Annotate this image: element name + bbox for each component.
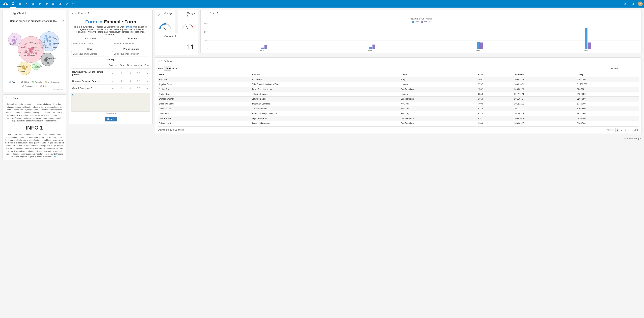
bar[interactable] — [588, 43, 591, 49]
legend-item[interactable]: North America — [45, 81, 59, 83]
table-row[interactable]: Brielle WilliamsonIntegration Specialist… — [158, 101, 639, 106]
first-name-input[interactable] — [71, 41, 109, 46]
page-number[interactable]: 4 — [628, 128, 632, 132]
nav-deck-icon[interactable] — [50, 0, 57, 8]
svg-rect-11 — [60, 3, 60, 5]
page-number[interactable]: 3 — [624, 128, 628, 132]
legend-item[interactable]: Africa — [21, 81, 29, 83]
formio-link[interactable]: Form.io — [85, 19, 102, 24]
nav-analytics-icon[interactable] — [57, 0, 64, 8]
refresh-icon[interactable]: ↻ — [72, 94, 74, 96]
table-row[interactable]: Caesar VancePre-Sales SupportNew York833… — [158, 106, 639, 111]
survey-radio[interactable] — [129, 72, 131, 74]
first-name-label: First Name — [71, 37, 109, 40]
legend-item[interactable]: Africa — [412, 21, 419, 23]
table-row[interactable]: Cedric KellySenior Javascript DeveloperE… — [158, 111, 639, 116]
survey-radio[interactable] — [129, 87, 131, 89]
survey-radio[interactable] — [112, 80, 114, 82]
nav-files-icon[interactable] — [16, 0, 23, 8]
legend-item[interactable]: Europe — [422, 21, 430, 23]
chart2-title: Population growth (millions) — [202, 18, 640, 20]
svg-point-66 — [26, 43, 27, 44]
survey-radio[interactable] — [146, 72, 148, 74]
add-widget-button[interactable]: Add new widget — [155, 136, 642, 141]
table-row[interactable]: Ashton CoxJunior Technical AuthorSan Fra… — [158, 87, 639, 92]
user-avatar[interactable]: A — [638, 2, 643, 6]
table-footer-info: Showing 1 to 10 of 36 entries — [158, 129, 184, 131]
page-prev[interactable]: Previous — [604, 128, 615, 132]
survey-radio[interactable] — [121, 80, 124, 82]
bar[interactable] — [480, 43, 483, 49]
column-header[interactable]: Name — [158, 72, 251, 77]
column-header[interactable]: Position — [251, 72, 400, 77]
submit-button[interactable]: Submit — [105, 117, 117, 121]
bar[interactable] — [477, 42, 480, 49]
column-header[interactable]: Office — [400, 72, 477, 77]
nav-dashboard-icon[interactable] — [10, 0, 16, 8]
formio-link[interactable]: Form.io — [124, 26, 132, 28]
survey-radio[interactable] — [137, 87, 140, 89]
svg-point-102 — [26, 67, 28, 68]
legend-item[interactable]: Europe — [10, 81, 18, 83]
email-input[interactable] — [71, 51, 109, 56]
survey-radio[interactable] — [146, 80, 148, 82]
nav-tasks-icon[interactable] — [64, 0, 70, 8]
survey-radio[interactable] — [137, 80, 140, 82]
svg-point-22 — [14, 39, 16, 41]
svg-rect-12 — [60, 3, 61, 5]
widget-header: ⟋⟍Chart 1 — [200, 10, 641, 17]
survey-label: Survey — [71, 58, 150, 61]
contacts-menu-icon[interactable] — [630, 0, 636, 8]
y-tick: 3000 — [202, 23, 208, 25]
bar[interactable] — [369, 47, 372, 49]
survey-radio[interactable] — [121, 72, 124, 74]
nav-gallery-icon[interactable] — [30, 0, 36, 8]
phone-input[interactable] — [112, 51, 150, 56]
column-header[interactable]: Start date — [513, 72, 576, 77]
table-row[interactable]: Bradley GreerSoftware EngineerLondon2558… — [158, 92, 639, 96]
widget-title: Form.io 1 — [78, 12, 90, 15]
svg-point-109 — [165, 29, 166, 30]
grid-controls: Show 10 entries Search: — [158, 66, 639, 72]
column-header[interactable]: Salary — [576, 72, 639, 77]
table-row[interactable]: Colleen HurstJavascript DeveloperSan Fra… — [158, 121, 639, 126]
app-logo[interactable] — [1, 2, 10, 6]
legend-item[interactable]: South America — [22, 85, 37, 87]
search-input[interactable] — [619, 67, 639, 70]
bar[interactable] — [261, 48, 264, 49]
bar[interactable] — [372, 45, 375, 49]
entries-select[interactable]: 10 — [164, 67, 172, 71]
widget-info: ⟋⟍ Info 1 Lorem ipsum dolor sit amet, co… — [2, 94, 66, 160]
page-number[interactable]: 2 — [620, 128, 624, 132]
survey-radio[interactable] — [137, 72, 140, 74]
svg-point-20 — [16, 39, 17, 40]
legend-item[interactable]: Asia — [40, 85, 46, 87]
legend-item[interactable]: Oceania — [32, 81, 42, 83]
survey-radio[interactable] — [146, 87, 148, 89]
survey-radio[interactable] — [129, 80, 131, 82]
signature-area[interactable]: ↻ — [71, 93, 150, 111]
svg-point-2 — [7, 3, 8, 4]
survey-radio[interactable] — [121, 87, 124, 89]
info-link[interactable]: Link1 — [53, 156, 58, 158]
bar[interactable] — [264, 45, 267, 49]
table-row[interactable]: Airi SatouAccountantTokyo54072008/11/28$… — [158, 77, 639, 82]
notifications-icon[interactable] — [622, 0, 628, 8]
page-next[interactable]: Next — [632, 128, 639, 132]
bubble-chart[interactable]: BrazilTurkeyItalyGermanyUnited KingdomPo… — [5, 23, 64, 80]
chart-menu-icon[interactable]: ≡ — [62, 20, 64, 22]
last-name-input[interactable] — [112, 41, 150, 46]
nav-favorites-icon[interactable] — [43, 0, 50, 8]
page-number[interactable]: 1 — [615, 128, 620, 132]
show-label: Show — [158, 67, 163, 70]
table-row[interactable]: Brenden WagnerSoftware EngineerSan Franc… — [158, 96, 639, 101]
bar[interactable] — [585, 28, 588, 49]
table-row[interactable]: Angelica RamosChief Executive Officer (C… — [158, 82, 639, 87]
table-row[interactable]: Charde MarshallRegional DirectorSan Fran… — [158, 116, 639, 121]
survey-radio[interactable] — [112, 87, 114, 89]
nav-activity-icon[interactable] — [23, 0, 30, 8]
nav-code-icon[interactable] — [70, 0, 77, 8]
survey-radio[interactable] — [112, 72, 114, 74]
column-header[interactable]: Extn. — [477, 72, 513, 77]
nav-contacts-icon[interactable] — [36, 0, 43, 8]
